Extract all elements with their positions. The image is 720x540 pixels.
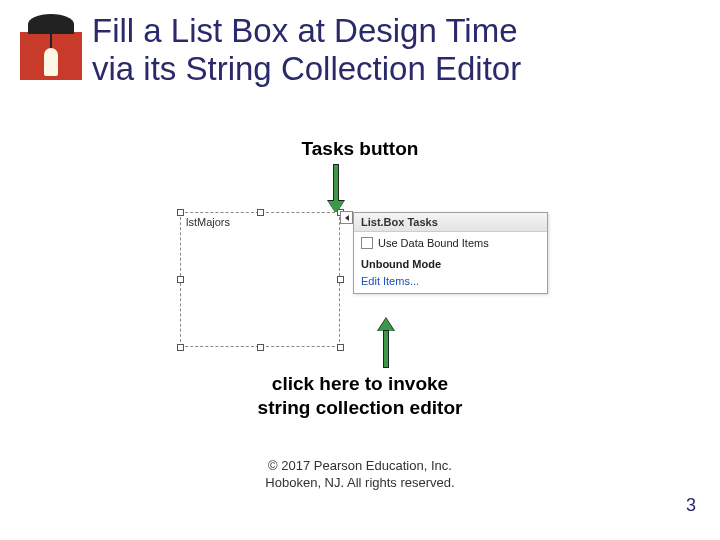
resize-handle[interactable]: [337, 276, 344, 283]
annotation-tasks-button: Tasks button: [0, 138, 720, 160]
annotation-bottom-line-2: string collection editor: [258, 397, 463, 418]
tasks-button[interactable]: [340, 211, 353, 224]
resize-handle[interactable]: [177, 344, 184, 351]
resize-handle[interactable]: [337, 344, 344, 351]
resize-handle[interactable]: [177, 209, 184, 216]
logo: [20, 12, 82, 80]
listbox-designer[interactable]: lstMajors: [180, 212, 340, 347]
page-number: 3: [686, 495, 696, 516]
arrow-down-icon: [328, 164, 344, 214]
annotation-click-here: click here to invoke string collection e…: [0, 372, 720, 420]
title-line-2: via its String Collection Editor: [92, 50, 521, 87]
checkbox-label: Use Data Bound Items: [378, 237, 489, 249]
copyright-line-1: © 2017 Pearson Education, Inc.: [268, 458, 452, 473]
tasks-panel: List.Box Tasks Use Data Bound Items Unbo…: [353, 212, 548, 294]
arrow-up-icon: [378, 318, 394, 368]
chevron-left-icon: [345, 215, 349, 221]
tasks-panel-checkbox-row[interactable]: Use Data Bound Items: [354, 232, 547, 254]
copyright: © 2017 Pearson Education, Inc. Hoboken, …: [0, 458, 720, 492]
resize-handle[interactable]: [257, 344, 264, 351]
edit-items-link[interactable]: Edit Items...: [354, 272, 547, 293]
tasks-panel-section-label: Unbound Mode: [354, 254, 547, 272]
tasks-panel-title: List.Box Tasks: [354, 213, 547, 232]
checkbox-icon[interactable]: [361, 237, 373, 249]
annotation-bottom-line-1: click here to invoke: [272, 373, 448, 394]
slide-header: Fill a List Box at Design Time via its S…: [0, 0, 720, 88]
title-line-1: Fill a List Box at Design Time: [92, 12, 518, 49]
copyright-line-2: Hoboken, NJ. All rights reserved.: [265, 475, 454, 490]
slide-title: Fill a List Box at Design Time via its S…: [92, 12, 521, 88]
resize-handle[interactable]: [177, 276, 184, 283]
listbox-name-label: lstMajors: [186, 216, 230, 228]
resize-handle[interactable]: [257, 209, 264, 216]
